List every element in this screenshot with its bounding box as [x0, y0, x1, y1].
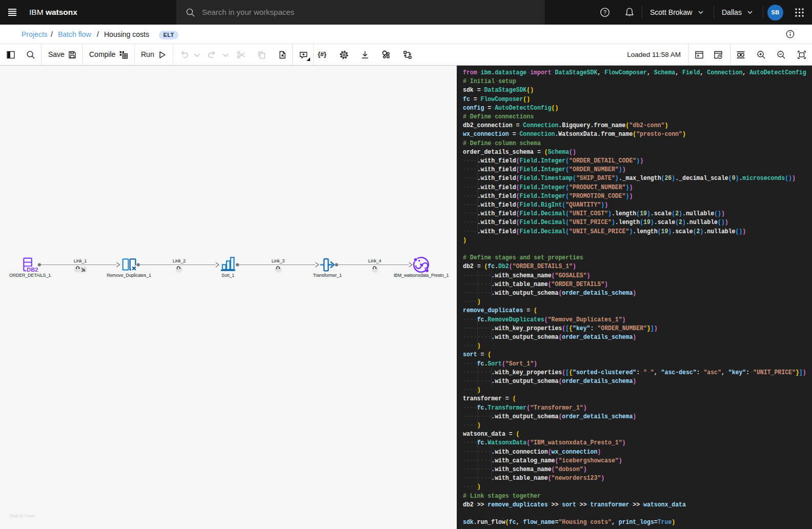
svg-text:?: ?	[603, 9, 606, 15]
